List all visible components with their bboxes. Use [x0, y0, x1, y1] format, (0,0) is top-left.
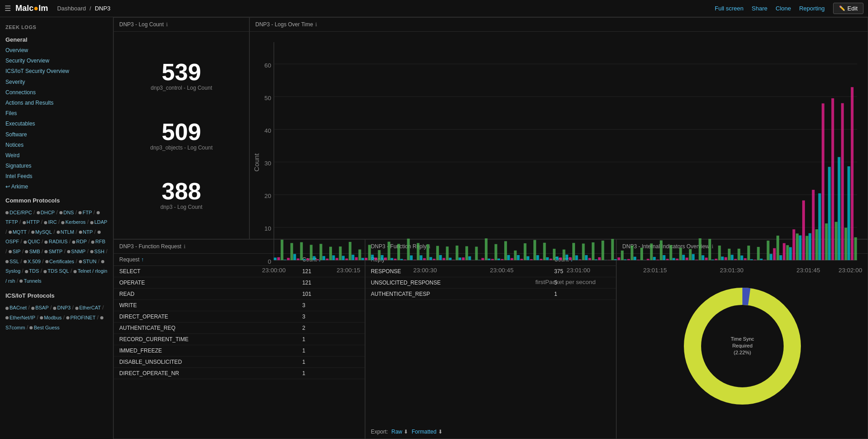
- protocol-link-ntp[interactable]: NTP: [83, 229, 93, 235]
- breadcrumb-dashboard[interactable]: Dashboard: [57, 5, 86, 12]
- log-count-content: 539dnp3_control - Log Count509dnp3_objec…: [114, 32, 249, 239]
- full-screen-link[interactable]: Full screen: [715, 5, 744, 12]
- topbar: ☰ Malc●Im Dashboard / DNP3 Full screen S…: [0, 0, 868, 17]
- svg-rect-185: [822, 103, 824, 260]
- svg-rect-70: [449, 258, 452, 260]
- sidebar-link-overview[interactable]: Overview: [0, 45, 113, 56]
- icsiot-link-dnp3[interactable]: DNP3: [57, 305, 70, 310]
- protocol-link-x.509[interactable]: X.509: [28, 259, 41, 264]
- svg-rect-31: [322, 256, 325, 260]
- protocol-dot: [90, 250, 93, 253]
- sidebar-link-weird[interactable]: Weird: [0, 150, 113, 161]
- svg-text:60: 60: [264, 62, 271, 69]
- svg-rect-116: [598, 257, 601, 260]
- share-link[interactable]: Share: [752, 5, 768, 12]
- icsiot-link-ethernet/ip[interactable]: EtherNet/IP: [10, 315, 35, 320]
- protocol-link-dns[interactable]: DNS: [63, 210, 74, 215]
- protocol-link-mqtt[interactable]: MQTT: [13, 229, 27, 235]
- protocol-link-mysql[interactable]: MySQL: [35, 229, 52, 235]
- export-formatted-link[interactable]: Formatted: [412, 429, 437, 435]
- svg-rect-111: [582, 244, 585, 261]
- sidebar-link-software[interactable]: Software: [0, 130, 113, 140]
- svg-text:23:00:30: 23:00:30: [413, 267, 437, 274]
- protocol-link-ntlm[interactable]: NTLM: [61, 229, 74, 235]
- protocol-link-smb[interactable]: SMB: [29, 249, 40, 254]
- protocol-link-smtp[interactable]: SMTP: [49, 249, 63, 254]
- protocol-link-ssh[interactable]: SSH: [94, 249, 105, 254]
- icsiot-link-bacnet[interactable]: BACnet: [10, 305, 27, 310]
- protocol-link-dce/rpc[interactable]: DCE/RPC: [10, 210, 32, 215]
- protocol-link-rfb[interactable]: RFB: [95, 239, 105, 244]
- protocol-link-tftp[interactable]: TFTP: [5, 219, 18, 225]
- logs-over-time-panel: DNP3 - Logs Over Time ℹ Count: [249, 17, 868, 239]
- protocol-link-stun[interactable]: STUN: [83, 259, 97, 264]
- function-request-title: DNP3 - Function Request: [119, 243, 181, 250]
- protocol-link-quic[interactable]: QUIC: [28, 239, 40, 244]
- sidebar-link-intel-feeds[interactable]: Intel Feeds: [0, 171, 113, 182]
- count-cell: 3: [297, 300, 364, 311]
- sidebar-link-ics/iot-security-overview[interactable]: ICS/IoT Security Overview: [0, 66, 113, 77]
- protocol-link-tunnels[interactable]: Tunnels: [24, 278, 41, 284]
- protocol-link-ssl[interactable]: SSL: [10, 259, 19, 264]
- icsiot-dot: [40, 316, 43, 319]
- reporting-link[interactable]: Reporting: [799, 5, 824, 12]
- protocol-link-radius[interactable]: RADIUS: [49, 239, 68, 244]
- log-count-panel: DNP3 - Log Count ℹ 539dnp3_control - Log…: [113, 17, 249, 239]
- protocol-link-snmp[interactable]: SNMP: [71, 249, 86, 254]
- icsiot-link-ethercat[interactable]: EtherCAT: [79, 305, 101, 310]
- sidebar-link-severity[interactable]: Severity: [0, 77, 113, 87]
- icsiot-link-s7comm[interactable]: S7comm: [5, 325, 25, 330]
- protocol-link-tds[interactable]: TDS: [29, 268, 39, 274]
- log-count-item: 388dnp3 - Log Count: [161, 179, 203, 210]
- sidebar-link-security-overview[interactable]: Security Overview: [0, 56, 113, 66]
- sidebar-link-notices[interactable]: Notices: [0, 140, 113, 150]
- protocol-link-http[interactable]: HTTP: [27, 219, 40, 225]
- svg-rect-54: [397, 244, 400, 260]
- sidebar-link-files[interactable]: Files: [0, 108, 113, 119]
- general-links-container: OverviewSecurity OverviewICS/IoT Securit…: [0, 45, 113, 193]
- icsiot-dot: [29, 326, 33, 329]
- protocol-link-sip[interactable]: SIP: [13, 249, 21, 254]
- protocol-link-ftp[interactable]: FTP: [83, 210, 92, 215]
- svg-rect-58: [410, 256, 413, 260]
- svg-rect-71: [452, 260, 455, 261]
- svg-rect-52: [390, 258, 393, 261]
- menu-icon[interactable]: ☰: [5, 4, 11, 13]
- protocol-dot: [5, 260, 9, 263]
- protocol-link-ldap[interactable]: LDAP: [94, 219, 107, 225]
- svg-rect-32: [326, 259, 329, 260]
- sidebar-link-actions-and-results[interactable]: Actions and Results: [0, 98, 113, 108]
- sidebar-general-title: General: [0, 32, 113, 45]
- icsiot-link-bsap[interactable]: BSAP: [35, 305, 49, 310]
- svg-rect-94: [527, 256, 529, 261]
- request-cell: AUTHENTICATE_REQ: [114, 323, 297, 334]
- protocol-link-certificates[interactable]: Certificates: [49, 259, 74, 264]
- svg-rect-102: [553, 249, 556, 260]
- protocol-link-kerberos[interactable]: Kerberos: [65, 219, 86, 225]
- svg-rect-103: [556, 256, 559, 260]
- icsiot-link-modbus[interactable]: Modbus: [44, 315, 62, 320]
- protocol-link-rdp[interactable]: RDP: [76, 239, 87, 244]
- svg-rect-21: [290, 243, 293, 260]
- sidebar-link-connections[interactable]: Connections: [0, 87, 113, 98]
- protocol-link-syslog[interactable]: Syslog: [5, 268, 20, 274]
- svg-rect-95: [530, 259, 533, 260]
- protocol-link-tds sql[interactable]: TDS SQL: [48, 268, 69, 274]
- log-count-label: dnp3 - Log Count: [161, 204, 203, 210]
- export-raw-link[interactable]: Raw: [391, 429, 402, 435]
- icsiot-link-best guess[interactable]: Best Guess: [34, 325, 59, 330]
- edit-button[interactable]: Edit: [833, 3, 863, 14]
- protocol-link-ospf[interactable]: OSPF: [5, 239, 19, 244]
- clone-link[interactable]: Clone: [775, 5, 791, 12]
- protocol-link-irc[interactable]: IRC: [48, 219, 57, 225]
- protocol-link-dhcp[interactable]: DHCP: [41, 210, 55, 215]
- svg-rect-104: [559, 257, 562, 260]
- sidebar-link-executables[interactable]: Executables: [0, 119, 113, 129]
- log-count-item: 509dnp3_objects - Log Count: [150, 120, 212, 151]
- icsiot-link-profinet[interactable]: PROFINET: [70, 315, 96, 320]
- export-label: Export:: [371, 429, 388, 435]
- sidebar-link-signatures[interactable]: Signatures: [0, 161, 113, 171]
- sidebar-link-↩-arkime[interactable]: ↩ Arkime: [0, 182, 113, 192]
- svg-rect-100: [546, 257, 549, 260]
- protocol-dot: [90, 221, 93, 224]
